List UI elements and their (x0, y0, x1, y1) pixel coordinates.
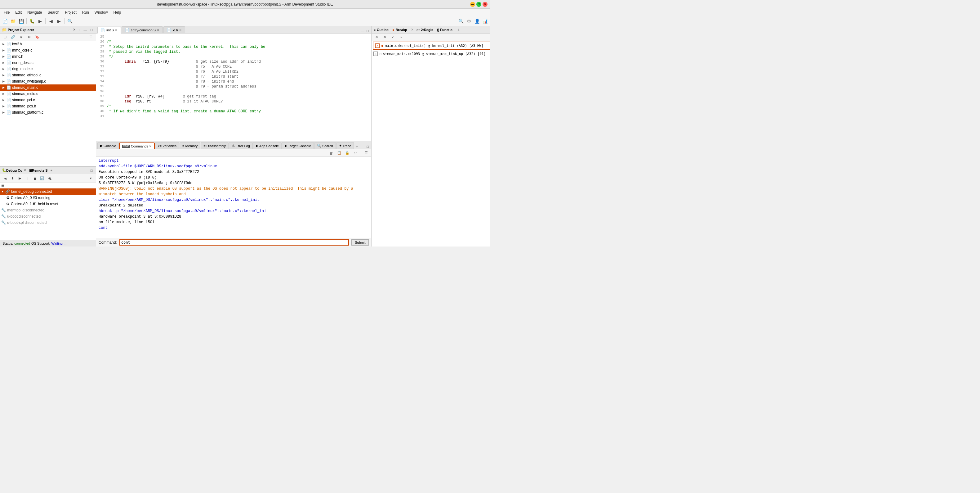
editor-tab-entry[interactable]: 📄 entry-common.S ✕ (122, 26, 163, 33)
breakpoint-item-2[interactable]: ○ ○ stmmac_main.c:1093 @ stmmac_mac_link… (372, 50, 490, 57)
right-panel-minimize[interactable]: — (489, 27, 490, 32)
tab-close-init[interactable]: ✕ (115, 29, 118, 32)
tab-close-entry[interactable]: ✕ (157, 29, 159, 32)
project-explorer-maximize[interactable]: □ (89, 27, 94, 32)
bp-checkbox-1[interactable]: ✓ (375, 43, 380, 48)
debug-step-over[interactable]: ⏭ (1, 175, 9, 182)
menu-project[interactable]: Project (62, 10, 79, 15)
tree-item-stmmac-pcs[interactable]: ▶ 📄 stmmac_pcs.h (0, 103, 96, 109)
menu-help[interactable]: Help (111, 10, 124, 15)
debug-item-cortex1[interactable]: ⚙ Cortex-A9_1 #1 held in reset (0, 201, 96, 207)
tree-menu[interactable]: ☰ (87, 34, 95, 41)
open-button[interactable]: 📁 (9, 18, 17, 25)
debug-step-in[interactable]: ⬇ (9, 175, 16, 182)
project-explorer-add[interactable]: + (76, 27, 81, 32)
console-word-wrap[interactable]: ↵ (352, 149, 359, 157)
tree-item-stmmac-pci[interactable]: ▶ 📄 stmmac_pci.c (0, 97, 96, 103)
console-add-tab[interactable]: + (354, 144, 359, 149)
debug-pause[interactable]: ⏸ (24, 175, 31, 182)
editor-tab-io[interactable]: 📄 io.h ✕ (164, 26, 185, 33)
debug-toolbar-menu[interactable]: ▾ (87, 175, 95, 182)
tree-item-stmmac-hwtamp[interactable]: ▶ 📄 stmmac_hwtstamp.c (0, 78, 96, 85)
tree-item-stmmac-platform[interactable]: ▶ 📄 stmmac_platform.c (0, 109, 96, 115)
console-tab-console[interactable]: ▶ Console (97, 142, 119, 149)
tree-link-editor[interactable]: 🔗 (9, 34, 17, 41)
debug-resume[interactable]: ▶ (16, 175, 24, 182)
console-menu[interactable]: ☰ (363, 149, 370, 157)
minimize-button[interactable]: — (470, 2, 475, 7)
forward-button[interactable]: ▶ (55, 18, 63, 25)
debug-item-uboot[interactable]: 🔧 u-boot disconnected (0, 213, 96, 220)
new-button[interactable]: 📄 (1, 18, 9, 25)
editor-maximize[interactable]: □ (365, 28, 370, 33)
bp-remove-all[interactable]: ✕ (373, 34, 380, 41)
save-button[interactable]: 💾 (18, 18, 25, 25)
bp-enable-all[interactable]: ✓ (389, 34, 396, 41)
console-tab-errorlog[interactable]: ⚠ Error Log (229, 142, 253, 149)
toolbar-right-4[interactable]: 📊 (481, 18, 489, 25)
debug-disconnect[interactable]: 🔌 (46, 175, 53, 182)
editor-tab-init[interactable]: 📄 init.S ✕ (97, 27, 121, 34)
console-tab-memory[interactable]: ≡ Memory (180, 142, 200, 149)
commands-tab-close[interactable]: ✕ (149, 145, 152, 148)
search-toolbar-button[interactable]: 🔍 (66, 18, 73, 25)
back-button[interactable]: ◀ (47, 18, 54, 25)
tab-close-io[interactable]: ✕ (179, 29, 182, 32)
functions-tab[interactable]: () Functio (437, 28, 452, 32)
tree-item-norm-desc[interactable]: ▶ 📄 norm_desc.c (0, 60, 96, 66)
close-button[interactable]: ✕ (482, 2, 487, 7)
bp-checkbox-2[interactable]: ○ (373, 51, 378, 56)
console-copy[interactable]: 📋 (336, 149, 343, 157)
breakpoints-close[interactable]: ✕ (411, 28, 414, 31)
run-button[interactable]: ▶ (36, 18, 44, 25)
submit-button[interactable]: Submit (352, 239, 369, 246)
project-explorer-minimize[interactable]: — (83, 27, 88, 32)
console-minimize[interactable]: — (360, 144, 365, 149)
menu-file[interactable]: File (1, 10, 12, 15)
console-tab-targetconsole[interactable]: ▶ Target Console (282, 142, 314, 149)
toolbar-right-2[interactable]: ⚙ (465, 18, 473, 25)
menu-search[interactable]: Search (45, 10, 62, 15)
debug-restart[interactable]: 🔄 (38, 175, 46, 182)
tree-filter[interactable]: ▼ (18, 34, 25, 41)
debug-item-cortex0[interactable]: ⚙ Cortex-A9_0 #0 running (0, 195, 96, 201)
console-clear[interactable]: 🗑 (328, 149, 335, 157)
menu-run[interactable]: Run (80, 10, 91, 15)
editor-minimize[interactable]: — (360, 28, 365, 33)
registers-tab[interactable]: 2:Regis (421, 28, 433, 32)
right-panel-add[interactable]: + (456, 27, 461, 32)
console-tab-disassembly[interactable]: ≡ Disassembly (200, 142, 229, 149)
debug-panel-maximize[interactable]: □ (89, 168, 94, 173)
console-tab-appconsole[interactable]: ▶ App Console (253, 142, 282, 149)
toolbar-right-3[interactable]: 👤 (473, 18, 481, 25)
debug-item-kernel[interactable]: ▼ 🔗 kernel_debug connected (0, 188, 96, 195)
tree-collapse-all[interactable]: ⊟ (1, 34, 9, 41)
tree-item-stmmac-main[interactable]: ▶ 📄 stmmac_main.c (0, 85, 96, 91)
tree-item-mmc[interactable]: ▶ 📄 mmc.h (0, 53, 96, 60)
tree-item-hwif[interactable]: ▶ 📄 hwif.h (0, 41, 96, 47)
bp-remove-selected[interactable]: ✕ (381, 34, 388, 41)
console-tab-trace[interactable]: ✦ Trace (336, 142, 354, 149)
tree-item-stmmac-mdio[interactable]: ▶ 📄 stmmac_mdio.c (0, 91, 96, 97)
code-editor[interactable]: 25 26 /* 27 * Setup the initrd parameter… (96, 34, 371, 141)
debug-panel-minimize[interactable]: — (84, 168, 89, 173)
tree-item-mmc-core[interactable]: ▶ 📄 mmc_core.c (0, 47, 96, 53)
debug-item-uboot-spl[interactable]: 🔧 u-boot-spl disconnected (0, 220, 96, 226)
debug-item-memtool[interactable]: 🔧 memtool disconnected (0, 207, 96, 213)
tree-bookmark[interactable]: 🔖 (33, 34, 41, 41)
bp-disable-all[interactable]: ○ (397, 34, 404, 41)
breakpoint-item-1[interactable]: ✓ ● main.c:kernel_init() @ kernel_init (… (373, 42, 490, 49)
tree-item-stmmac-eth[interactable]: ▶ 📄 stmmac_ethtool.c (0, 72, 96, 78)
console-tab-search[interactable]: 🔍 Search (314, 142, 336, 149)
menu-edit[interactable]: Edit (13, 10, 24, 15)
console-tab-variables[interactable]: x= Variables (155, 142, 179, 149)
toolbar-right-1[interactable]: 🔍 (457, 18, 465, 25)
maximize-button[interactable]: □ (476, 2, 481, 7)
debug-button[interactable]: 🐛 (28, 18, 36, 25)
menu-navigate[interactable]: Navigate (25, 10, 45, 15)
tree-item-ring-mode[interactable]: ▶ 📄 ring_mode.c (0, 66, 96, 72)
menu-window[interactable]: Window (92, 10, 110, 15)
breakpoints-tab[interactable]: Breakp (395, 28, 407, 32)
command-input[interactable] (119, 239, 349, 246)
console-tab-commands[interactable]: CMD Commands ✕ (119, 142, 155, 149)
